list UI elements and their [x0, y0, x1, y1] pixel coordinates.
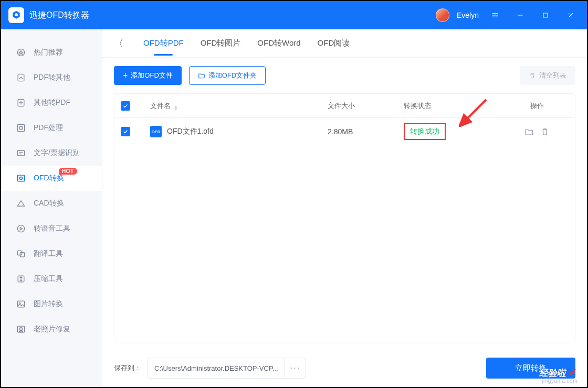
- col-status: 转换状态: [404, 101, 505, 111]
- save-path-text: C:\Users\Administrator.DESKTOP-VCP...: [148, 364, 285, 372]
- avatar[interactable]: [436, 8, 449, 22]
- app-logo: 迅捷OFD转换器: [8, 7, 89, 23]
- tab-ofd-to-pdf[interactable]: OFD转PDF: [142, 31, 185, 56]
- save-to-label: 保存到：: [114, 363, 141, 373]
- open-folder-icon[interactable]: [524, 127, 534, 136]
- compress-icon: [16, 274, 26, 284]
- clear-list-button[interactable]: 清空列表: [520, 66, 575, 85]
- svg-point-22: [20, 328, 23, 330]
- footer-bar: 保存到： C:\Users\Administrator.DESKTOP-VCP.…: [102, 349, 587, 387]
- sidebar-item-compress[interactable]: 压缩工具: [1, 266, 102, 292]
- sidebar: 热门推荐 PDF转其他 其他转PDF PDF处理 文字/票据识别 OFD转换HO…: [1, 29, 102, 387]
- sidebar-item-pdf-to-other[interactable]: PDF转其他: [1, 65, 102, 90]
- file-table: 文件名▲▼ 文件大小 转换状态 操作 OFD OFD文件1.ofd 2.80MB…: [114, 93, 575, 342]
- table-header: 文件名▲▼ 文件大小 转换状态 操作: [114, 94, 575, 118]
- row-checkbox[interactable]: [121, 127, 130, 136]
- sidebar-item-photo-restore[interactable]: 老照片修复: [1, 317, 102, 342]
- svg-rect-16: [17, 251, 22, 255]
- sidebar-item-audio[interactable]: 转语音工具: [1, 216, 102, 241]
- sidebar-item-translate[interactable]: 翻译工具: [1, 241, 102, 266]
- sort-icon: ▲▼: [174, 105, 178, 111]
- svg-rect-17: [20, 253, 24, 257]
- tab-ofd-read[interactable]: OFD阅读: [317, 31, 351, 56]
- sidebar-item-label: PDF转其他: [34, 73, 70, 82]
- tab-bar: 〈 OFD转PDF OFD转图片 OFD转Word OFD阅读: [102, 29, 587, 58]
- toolbar: 添加OFD文件 添加OFD文件夹 清空列表: [102, 58, 587, 93]
- file-name-cell: OFD OFD文件1.ofd: [150, 126, 328, 137]
- convert-now-button[interactable]: 立即转换: [486, 358, 575, 379]
- ofd-file-icon: OFD: [150, 126, 162, 137]
- svg-rect-11: [17, 124, 24, 131]
- ocr-icon: [16, 148, 26, 158]
- save-path-box: C:\Users\Administrator.DESKTOP-VCP... ··…: [148, 358, 306, 379]
- star-badge-icon: [16, 47, 26, 58]
- sidebar-item-label: 转语音工具: [34, 224, 70, 233]
- user-name[interactable]: Evelyn: [457, 11, 479, 19]
- sidebar-item-ofd-convert[interactable]: OFD转换HOT: [1, 166, 102, 191]
- sidebar-item-other-to-pdf[interactable]: 其他转PDF: [1, 90, 102, 115]
- svg-rect-21: [17, 326, 24, 332]
- pdf-tools-icon: [16, 123, 26, 133]
- tab-ofd-to-image[interactable]: OFD转图片: [200, 31, 242, 56]
- add-file-button[interactable]: 添加OFD文件: [114, 66, 182, 85]
- status-badge: 转换成功: [404, 123, 446, 140]
- file-size-cell: 2.80MB: [328, 127, 404, 136]
- svg-point-15: [17, 225, 24, 232]
- browse-path-button[interactable]: ···: [285, 358, 306, 378]
- sidebar-item-hot-recommend[interactable]: 热门推荐: [1, 40, 102, 65]
- svg-rect-19: [17, 301, 24, 307]
- sidebar-item-label: 翻译工具: [34, 249, 63, 258]
- row-actions: [505, 127, 569, 136]
- sidebar-item-label: CAD转换: [34, 199, 64, 208]
- app-logo-icon: [8, 7, 24, 23]
- svg-rect-12: [17, 150, 24, 156]
- select-all-checkbox[interactable]: [121, 101, 130, 111]
- delete-icon[interactable]: [540, 127, 550, 136]
- sidebar-item-label: PDF处理: [34, 123, 63, 133]
- translate-icon: [16, 249, 26, 259]
- audio-icon: [16, 223, 26, 234]
- back-arrow-icon[interactable]: 〈: [110, 35, 128, 52]
- trash-icon: [529, 72, 536, 79]
- add-folder-button[interactable]: 添加OFD文件夹: [189, 66, 266, 85]
- col-ops: 操作: [505, 101, 569, 111]
- image-icon: [16, 299, 26, 309]
- svg-rect-5: [543, 13, 548, 17]
- minimize-icon[interactable]: [511, 6, 529, 24]
- pdf-in-icon: [16, 98, 26, 108]
- app-title: 迅捷OFD转换器: [29, 10, 89, 21]
- sidebar-item-ocr[interactable]: 文字/票据识别: [1, 141, 102, 166]
- close-icon[interactable]: [562, 6, 580, 24]
- hot-badge: HOT: [59, 168, 77, 175]
- sidebar-item-cad[interactable]: CAD转换: [1, 191, 102, 216]
- sidebar-item-label: 压缩工具: [34, 274, 63, 284]
- sidebar-item-label: 图片转换: [34, 299, 63, 309]
- menu-icon[interactable]: [486, 6, 504, 24]
- table-row: OFD OFD文件1.ofd 2.80MB 转换成功: [114, 118, 575, 145]
- ofd-icon: [16, 173, 26, 184]
- cad-icon: [16, 198, 26, 209]
- sidebar-item-pdf-tools[interactable]: PDF处理: [1, 115, 102, 141]
- folder-icon: [198, 72, 205, 79]
- col-filesize: 文件大小: [328, 101, 404, 111]
- maximize-icon[interactable]: [537, 6, 554, 24]
- pdf-out-icon: [16, 72, 26, 83]
- tab-ofd-to-word[interactable]: OFD转Word: [256, 31, 301, 56]
- sidebar-item-label: 其他转PDF: [34, 98, 70, 107]
- sidebar-item-label: OFD转换: [34, 174, 64, 183]
- sidebar-item-label: 老照片修复: [34, 325, 70, 334]
- col-filename[interactable]: 文件名▲▼: [150, 101, 328, 111]
- svg-rect-13: [17, 175, 24, 181]
- photo-restore-icon: [16, 324, 26, 335]
- file-name-label: OFD文件1.ofd: [167, 127, 214, 136]
- sidebar-item-label: 热门推荐: [34, 48, 63, 57]
- sidebar-item-label: 文字/票据识别: [34, 148, 80, 158]
- sidebar-item-image[interactable]: 图片转换: [1, 292, 102, 317]
- svg-point-0: [15, 13, 18, 16]
- title-bar: 迅捷OFD转换器 Evelyn: [1, 1, 587, 29]
